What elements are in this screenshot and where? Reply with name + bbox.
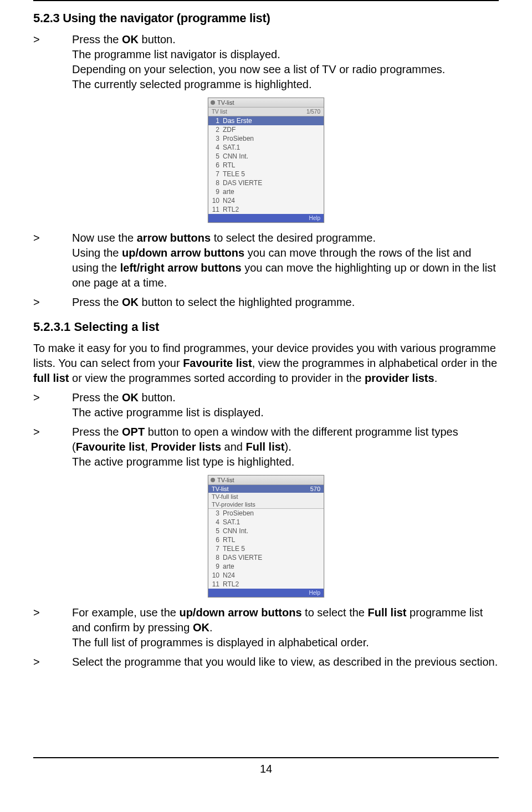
text: to select the desired programme. bbox=[211, 232, 376, 244]
text: button. bbox=[139, 391, 176, 404]
step-body: Press the OK button to select the highli… bbox=[72, 295, 499, 310]
text: The active programme list type is highli… bbox=[72, 456, 294, 468]
bold: OK bbox=[122, 391, 139, 404]
rule-top bbox=[33, 0, 499, 1]
bold: provider lists bbox=[365, 372, 434, 384]
list-item: 2ZDF bbox=[208, 125, 324, 134]
text: Press the bbox=[72, 426, 122, 438]
page-number: 14 bbox=[33, 763, 499, 775]
step-523-1: > Press the OK button. The programme lis… bbox=[33, 32, 499, 92]
step-body: Now use the arrow buttons to select the … bbox=[72, 231, 499, 290]
list-item: 4SAT.1 bbox=[208, 143, 324, 152]
list-item: 11RTL2 bbox=[208, 205, 324, 214]
step-5231-3: > For example, use the up/down arrow but… bbox=[33, 605, 499, 650]
menu-item: TV-provider lists bbox=[208, 501, 324, 508]
text: to select the bbox=[302, 606, 368, 619]
bullet: > bbox=[33, 425, 72, 469]
screenshot-title: TV-list bbox=[217, 477, 234, 483]
list-item: 11RTL2 bbox=[208, 580, 324, 589]
step-body: Press the OK button. The programme list … bbox=[72, 32, 499, 92]
step-body: Press the OK button. The active programm… bbox=[72, 390, 499, 420]
screenshot-list: 3ProSieben4SAT.15CNN Int.6RTL7TELE 58DAS… bbox=[208, 509, 324, 589]
list-item: 4SAT.1 bbox=[208, 518, 324, 527]
list-item: 5CNN Int. bbox=[208, 527, 324, 535]
bold: left/right arrow buttons bbox=[120, 262, 242, 274]
screenshot-subbar: TV list1/570 bbox=[208, 108, 324, 116]
screenshot-title: TV-list bbox=[217, 99, 234, 106]
text: Using the bbox=[72, 247, 122, 259]
bold: Full list bbox=[368, 606, 407, 619]
bold: Favourite list bbox=[76, 441, 145, 453]
step-5231-2: > Press the OPT button to open a window … bbox=[33, 425, 499, 469]
text: or view the programmes sorted according … bbox=[69, 372, 365, 384]
list-item: 6RTL bbox=[208, 535, 324, 544]
step-body: Press the OPT button to open a window wi… bbox=[72, 425, 499, 469]
bullet: > bbox=[33, 655, 72, 670]
screenshot-menu: TV-list570TV-full listTV-provider lists bbox=[208, 485, 324, 509]
screenshot-list: 1Das Erste2ZDF3ProSieben4SAT.15CNN Int.6… bbox=[208, 116, 324, 214]
disc-icon bbox=[211, 478, 215, 482]
subbar-right: 1/570 bbox=[306, 109, 320, 115]
text: Press the bbox=[72, 33, 122, 45]
text: Press the bbox=[72, 391, 122, 404]
list-item: 8DAS VIERTE bbox=[208, 553, 324, 562]
heading-5231: 5.2.3.1 Selecting a list bbox=[33, 320, 499, 334]
para-5231-intro: To make it easy for you to find programm… bbox=[33, 341, 499, 386]
bold: Provider lists bbox=[151, 441, 221, 453]
bold: arrow buttons bbox=[137, 232, 211, 244]
step-5231-4: > Select the programme that you would li… bbox=[33, 655, 499, 670]
menu-item: TV-full list bbox=[208, 493, 324, 501]
screenshot-tvlist-2: TV-list TV-list570TV-full listTV-provide… bbox=[208, 475, 324, 597]
list-item: 5CNN Int. bbox=[208, 152, 324, 161]
text: Select the programme that you would like… bbox=[72, 656, 498, 668]
text: , bbox=[145, 441, 151, 453]
step-body: Select the programme that you would like… bbox=[72, 655, 499, 670]
step-523-2: > Now use the arrow buttons to select th… bbox=[33, 231, 499, 290]
text: , view the programmes in alphabetical or… bbox=[252, 357, 497, 369]
list-item: 1Das Erste bbox=[208, 116, 324, 125]
text: For example, use the bbox=[72, 606, 179, 619]
rule-bottom bbox=[33, 757, 499, 758]
screenshot-tvlist-1: TV-list TV list1/570 1Das Erste2ZDF3ProS… bbox=[208, 98, 324, 223]
bullet: > bbox=[33, 231, 72, 290]
list-item: 6RTL bbox=[208, 161, 324, 170]
text: button to select the highlighted program… bbox=[139, 296, 355, 308]
bold: Favourite list bbox=[183, 357, 252, 369]
text: The active programme list is displayed. bbox=[72, 406, 264, 418]
bold: OK bbox=[193, 621, 209, 634]
disc-icon bbox=[211, 100, 215, 105]
bold: OK bbox=[122, 296, 139, 308]
screenshot-footer: Help bbox=[208, 214, 324, 222]
list-item: 8DAS VIERTE bbox=[208, 178, 324, 187]
bullet: > bbox=[33, 32, 72, 92]
list-item: 9arte bbox=[208, 187, 324, 196]
list-item: 10N24 bbox=[208, 571, 324, 580]
heading-523: 5.2.3 Using the navigator (programme lis… bbox=[33, 11, 499, 25]
list-item: 3ProSieben bbox=[208, 509, 324, 518]
bold: OPT bbox=[122, 426, 145, 438]
text: Press the bbox=[72, 296, 122, 308]
text: . bbox=[434, 372, 438, 384]
text: The currently selected programme is high… bbox=[72, 78, 311, 90]
bold: up/down arrow buttons bbox=[122, 247, 244, 259]
bullet: > bbox=[33, 295, 72, 310]
text: Now use the bbox=[72, 232, 137, 244]
text: and bbox=[221, 441, 245, 453]
screenshot-titlebar: TV-list bbox=[208, 98, 324, 108]
list-item: 7TELE 5 bbox=[208, 544, 324, 553]
bullet: > bbox=[33, 605, 72, 650]
text: The programme list navigator is displaye… bbox=[72, 48, 280, 60]
list-item: 3ProSieben bbox=[208, 134, 324, 143]
subbar-left: TV list bbox=[212, 109, 227, 115]
text: Depending on your selection, you now see… bbox=[72, 63, 445, 75]
bold: Full list bbox=[245, 441, 284, 453]
screenshot-titlebar: TV-list bbox=[208, 476, 324, 485]
bold: full list bbox=[33, 372, 69, 384]
text: . bbox=[209, 621, 213, 634]
step-body: For example, use the up/down arrow butto… bbox=[72, 605, 499, 650]
bold: OK bbox=[122, 33, 139, 45]
step-5231-1: > Press the OK button. The active progra… bbox=[33, 390, 499, 420]
menu-item: TV-list570 bbox=[208, 485, 324, 493]
list-item: 10N24 bbox=[208, 196, 324, 205]
list-item: 9arte bbox=[208, 562, 324, 571]
